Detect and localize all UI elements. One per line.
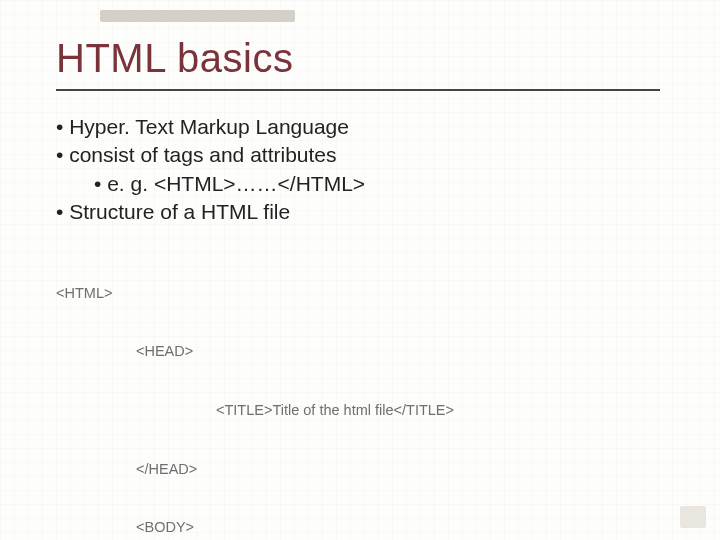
code-line: </HEAD> xyxy=(136,460,660,480)
bullet-item: Hyper. Text Markup Language xyxy=(56,113,660,141)
bullet-subitem: e. g. <HTML>……</HTML> xyxy=(94,170,660,198)
code-line: <HTML> xyxy=(56,284,660,304)
slide-title: HTML basics xyxy=(56,36,660,91)
code-line: <BODY> xyxy=(136,518,660,538)
code-example: <HTML> <HEAD> <TITLE>Title of the html f… xyxy=(56,244,660,540)
bullet-list: Hyper. Text Markup Language consist of t… xyxy=(56,113,660,226)
bullet-item: consist of tags and attributes xyxy=(56,141,660,169)
bullet-item: Structure of a HTML file xyxy=(56,198,660,226)
decorative-corner xyxy=(680,506,706,528)
decorative-topbar xyxy=(100,10,295,22)
code-line: <HEAD> xyxy=(136,342,660,362)
code-line: <TITLE>Title of the html file</TITLE> xyxy=(216,401,660,421)
slide-content: HTML basics Hyper. Text Markup Language … xyxy=(56,36,660,540)
